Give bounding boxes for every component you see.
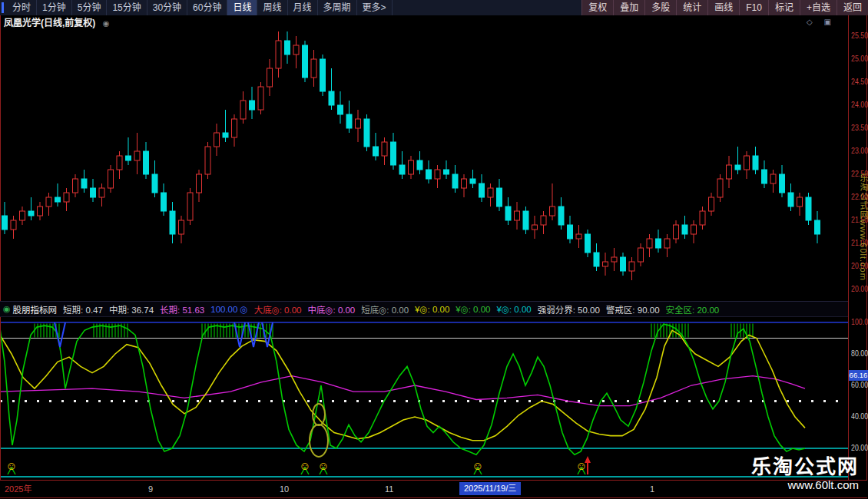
toolbar-button-返回[interactable]: 返回 — [837, 0, 868, 15]
candle-body — [250, 101, 255, 110]
toolbar-item-30分钟[interactable]: 30分钟 — [147, 0, 187, 15]
candle-body — [91, 188, 96, 197]
candle-body — [621, 257, 626, 271]
indicator-line-magenta — [0, 376, 805, 406]
toolbar-item-15分钟[interactable]: 15分钟 — [107, 0, 147, 15]
candle-body — [558, 207, 564, 225]
candle-body — [55, 197, 61, 202]
smiley-buy-signal: ☺ — [5, 459, 17, 472]
candle-body — [409, 160, 414, 174]
toolbar-item-60分钟[interactable]: 60分钟 — [187, 0, 227, 15]
toolbar-button-统计[interactable]: 统计 — [676, 0, 707, 15]
candle-body — [399, 165, 405, 174]
candle-body — [20, 211, 25, 220]
dropdown-caret-icon[interactable]: ◉ — [103, 19, 110, 28]
candle-body — [444, 170, 449, 174]
candle-body — [81, 179, 87, 188]
indicator-axis-label: 80.00 — [851, 349, 868, 359]
candle-body — [258, 87, 263, 110]
smiley-buy-signal: ☺ — [317, 459, 329, 472]
toolbar-item-周线[interactable]: 周线 — [257, 0, 287, 15]
buy-legs-mark — [578, 468, 585, 474]
toolbar-item-月线[interactable]: 月线 — [288, 0, 318, 15]
watermark-site-url: www.60lt.com — [751, 478, 859, 492]
stock-title[interactable]: 凤凰光学(日线,前复权) — [4, 18, 95, 28]
pane-borders — [0, 15, 867, 498]
candle-body — [276, 41, 281, 68]
red-arrow-head — [585, 456, 591, 463]
indicator-param: 警戒区: 90.00 — [606, 303, 660, 316]
candle-body — [117, 156, 122, 170]
toolbar-item-更多>[interactable]: 更多> — [357, 0, 393, 15]
candle-body — [488, 188, 493, 197]
blue-v-mark — [262, 322, 273, 347]
blue-v-mark — [234, 322, 245, 347]
tdx-window: 分时1分钟5分钟15分钟30分钟60分钟日线周线月线多周期更多> 复权叠加多股统… — [0, 0, 868, 499]
candle-body — [232, 119, 237, 137]
toolbar-item-多周期[interactable]: 多周期 — [318, 0, 357, 15]
indicator-source-icon: ◉ — [3, 304, 11, 314]
candle-body — [46, 197, 51, 207]
indicator-param: 安全区: 20.00 — [666, 303, 720, 316]
candle-body — [638, 248, 644, 262]
candle-body — [426, 170, 432, 179]
candle-body — [144, 151, 149, 174]
buy-legs-mark — [474, 468, 482, 474]
toolbar-button-+自选[interactable]: +自选 — [800, 0, 837, 15]
indicator-param: 大底◎: 0.00 — [254, 303, 302, 316]
candle-body — [815, 220, 820, 234]
titlebar: 凤凰光学(日线,前复权) ◉ ◇ ▣ — [0, 15, 848, 28]
date-label-year: 2025年 — [5, 483, 31, 495]
toolbar-button-叠加[interactable]: 叠加 — [613, 0, 644, 15]
candle-body — [293, 45, 299, 55]
candle-body — [505, 207, 511, 220]
indicator-param: 短底◎: 0.00 — [361, 303, 409, 316]
candle-body — [161, 193, 167, 211]
candle-body — [762, 170, 767, 183]
indicator-header: ◉ 股朋指标网 短期: 0.47中期: 36.74长期: 51.63100.00… — [0, 302, 848, 316]
candle-body — [479, 183, 485, 197]
price-axis-label: 23.00 — [851, 147, 868, 156]
indicator-param: 强弱分界: 50.00 — [538, 303, 600, 316]
toolbar-item-分时[interactable]: 分时 — [7, 0, 37, 15]
smiley-buy-signal: ☺ — [472, 459, 483, 472]
toolbar-item-1分钟[interactable]: 1分钟 — [37, 0, 72, 15]
candle-body — [532, 225, 538, 230]
toolbar-item-5分钟[interactable]: 5分钟 — [72, 0, 108, 15]
candle-body — [470, 179, 475, 183]
indicator-param: ¥◎: 0.00 — [496, 304, 531, 315]
indicator-source-label[interactable]: 股朋指标网 — [13, 303, 58, 316]
indicator-param: ¥◎: 0.00 — [415, 304, 449, 315]
toolbar-button-F10[interactable]: F10 — [739, 0, 768, 15]
candle-body — [629, 262, 634, 271]
date-label: 11 — [385, 483, 393, 495]
toolbar-button-标记[interactable]: 标记 — [768, 0, 800, 15]
candle-body — [240, 101, 246, 119]
toolbar-item-日线[interactable]: 日线 — [227, 0, 257, 15]
buy-legs-mark — [320, 468, 327, 474]
indicator-param: 短期: 0.47 — [63, 303, 103, 316]
candle-body — [497, 188, 502, 207]
candle-body — [346, 114, 352, 128]
window-control-icons[interactable]: ◇ ▣ — [807, 15, 836, 28]
toolbar-button-画线[interactable]: 画线 — [707, 0, 739, 15]
candle-body — [28, 211, 34, 216]
chart-canvas: ☺☺☺☺☺ — [0, 0, 868, 499]
candle-body — [541, 216, 546, 225]
candle-body — [356, 119, 361, 128]
candle-body — [770, 174, 776, 183]
candle-body — [709, 197, 714, 211]
toolbar-button-复权[interactable]: 复权 — [581, 0, 613, 15]
candle-body — [585, 234, 591, 253]
indicator-current-value-badge: 66.16 — [849, 370, 868, 381]
candle-body — [126, 156, 131, 160]
candle-body — [108, 170, 114, 188]
date-axis: 2025/11/19/三 2025年910111 — [0, 481, 867, 497]
candle-body — [214, 133, 220, 147]
price-axis-label: 24.50 — [851, 78, 868, 87]
smiley-buy-signal: ☺ — [299, 459, 310, 472]
toolbar-button-多股[interactable]: 多股 — [644, 0, 676, 15]
watermark: 乐淘公式网 www.60lt.com — [751, 455, 859, 492]
candle-body — [285, 41, 290, 55]
candle-body — [152, 174, 157, 193]
